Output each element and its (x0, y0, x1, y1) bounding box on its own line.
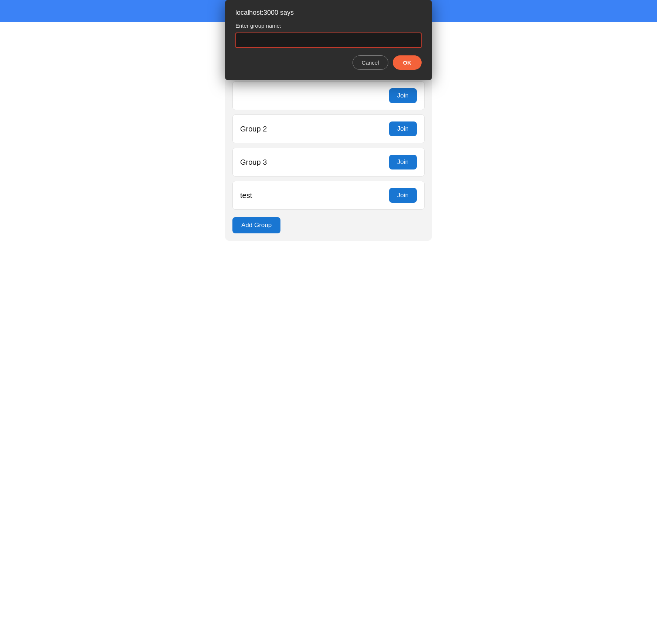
join-button-partial[interactable]: Join (389, 88, 417, 103)
groups-panel: Join Group 2 Join Group 3 Join test Join… (225, 74, 432, 241)
dialog: localhost:3000 says Enter group name: Ca… (225, 0, 432, 80)
cancel-button[interactable]: Cancel (353, 55, 388, 70)
dialog-title: localhost:3000 says (235, 9, 422, 17)
dialog-actions: Cancel OK (235, 55, 422, 70)
join-button-3[interactable]: Join (389, 155, 417, 169)
list-item: Group 2 Join (232, 114, 425, 143)
ok-button[interactable]: OK (393, 55, 422, 70)
dialog-label: Enter group name: (235, 23, 422, 29)
list-item: test Join (232, 181, 425, 210)
join-button-test[interactable]: Join (389, 188, 417, 203)
group-name-test: test (240, 191, 252, 200)
group-item-partial: Join (232, 81, 425, 110)
group-name-2: Group 2 (240, 125, 267, 133)
add-group-button[interactable]: Add Group (232, 217, 280, 233)
group-name-3: Group 3 (240, 158, 267, 167)
list-item: Group 3 Join (232, 148, 425, 177)
group-name-input[interactable] (235, 32, 422, 48)
join-button-2[interactable]: Join (389, 121, 417, 136)
